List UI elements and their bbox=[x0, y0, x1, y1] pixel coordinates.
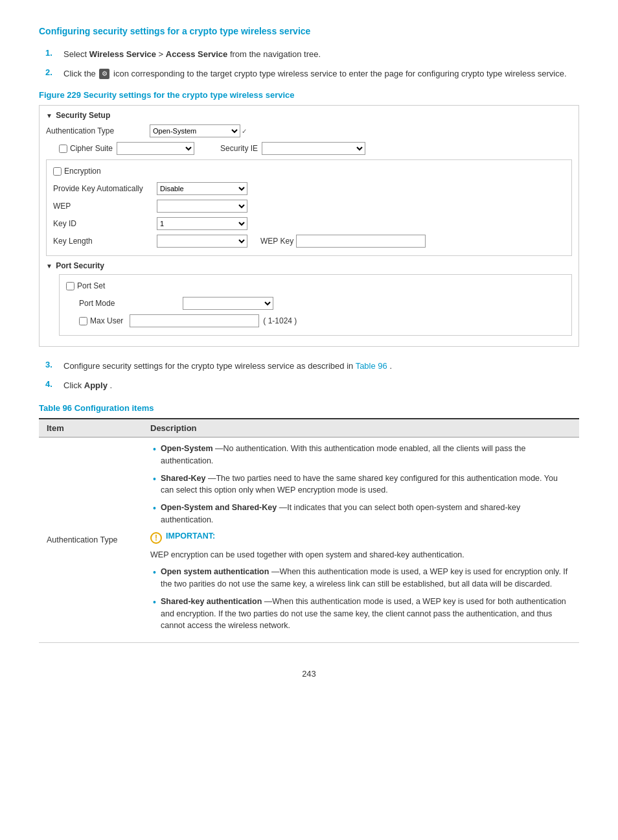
provide-key-select[interactable]: Disable bbox=[157, 182, 247, 195]
security-form: ▼ Security Setup Authentication Type Ope… bbox=[39, 105, 579, 347]
bullet-4-bold: Open system authentication bbox=[161, 567, 269, 576]
port-set-row: Port Set bbox=[66, 279, 565, 293]
steps-lower: 3. Configure security settings for the c… bbox=[45, 360, 573, 391]
max-user-checkbox[interactable] bbox=[79, 317, 87, 325]
step-1-text: Select Wireless Service > Access Service… bbox=[63, 48, 321, 61]
auth-type-arrow: ✓ bbox=[242, 128, 247, 135]
key-id-label: Key ID bbox=[53, 219, 157, 228]
port-mode-label: Port Mode bbox=[79, 299, 183, 308]
cipher-suite-checkbox[interactable] bbox=[59, 145, 67, 153]
key-id-select[interactable]: 1 bbox=[157, 217, 247, 230]
step-3: 3. Configure security settings for the c… bbox=[45, 360, 573, 373]
step-4-text: Click Apply . bbox=[63, 379, 112, 392]
port-security-section: ▼ Port Security Port Set Port Mode Max U… bbox=[46, 261, 572, 336]
table-header-row: Item Description bbox=[39, 419, 579, 438]
bullet-3: Open-System and Shared-Key —It indicates… bbox=[150, 502, 571, 526]
collapse-arrow[interactable]: ▼ bbox=[46, 112, 52, 119]
max-user-range: ( 1-1024 ) bbox=[263, 316, 297, 325]
security-ie-label: Security IE bbox=[220, 144, 258, 153]
key-id-row: Key ID 1 bbox=[53, 216, 565, 231]
port-mode-row: Port Mode bbox=[66, 296, 565, 310]
auth-type-item: Authentication Type bbox=[39, 438, 143, 643]
key-length-select[interactable] bbox=[157, 235, 247, 248]
wep-key-label: WEP Key bbox=[260, 237, 293, 246]
col-item-header: Item bbox=[39, 419, 143, 438]
port-set-box: Port Set Port Mode Max User ( 1-1024 ) bbox=[59, 274, 572, 336]
port-mode-select[interactable] bbox=[183, 297, 273, 310]
wep-key-input[interactable] bbox=[296, 235, 426, 248]
encryption-box: Encryption Provide Key Automatically Dis… bbox=[46, 159, 572, 256]
bullets-list-1: Open-System —No authentication. With thi… bbox=[150, 443, 571, 526]
step-4-num: 4. bbox=[45, 379, 63, 389]
col-desc-header: Description bbox=[143, 419, 579, 438]
step-2: 2. Click the ⚙ icon corresponding to the… bbox=[45, 67, 579, 80]
port-set-checkbox[interactable] bbox=[66, 282, 74, 290]
port-security-title: ▼ Port Security bbox=[46, 261, 572, 270]
bullet-1-text: —No authentication. With this authentica… bbox=[161, 444, 526, 465]
step-1-num: 1. bbox=[45, 48, 63, 58]
bullet-5-bold: Shared-key authentication bbox=[161, 597, 262, 606]
bullet-1-bold: Open-System bbox=[161, 444, 213, 453]
step-4: 4. Click Apply . bbox=[45, 379, 573, 392]
step-1: 1. Select Wireless Service > Access Serv… bbox=[45, 48, 579, 61]
bullet-4: Open system authentication —When this au… bbox=[150, 566, 571, 590]
important-box: ! IMPORTANT: bbox=[150, 531, 571, 544]
provide-key-label: Provide Key Automatically bbox=[53, 184, 157, 193]
step-1-sep: > bbox=[159, 49, 166, 59]
max-user-label: Max User bbox=[90, 316, 123, 325]
step-1-bold2: Access Service bbox=[166, 49, 227, 59]
config-icon: ⚙ bbox=[99, 69, 109, 79]
security-ie-select[interactable] bbox=[262, 142, 365, 155]
table-row: Authentication Type Open-System —No auth… bbox=[39, 438, 579, 643]
page-number: 243 bbox=[39, 669, 579, 679]
key-length-row: Key Length WEP Key bbox=[53, 234, 565, 248]
step-2-text: Click the ⚙ icon corresponding to the ta… bbox=[63, 67, 567, 80]
cipher-suite-row: Cipher Suite Security IE bbox=[59, 141, 572, 156]
max-user-row: Max User ( 1-1024 ) bbox=[66, 314, 565, 328]
auth-type-select[interactable]: Open-System bbox=[150, 124, 240, 137]
step-2-num: 2. bbox=[45, 67, 63, 77]
auth-type-row: Authentication Type Open-System ✓ bbox=[46, 124, 572, 138]
bullet-1: Open-System —No authentication. With thi… bbox=[150, 443, 571, 467]
table-body: Authentication Type Open-System —No auth… bbox=[39, 438, 579, 643]
auth-type-label: Authentication Type bbox=[46, 126, 150, 135]
step-1-bold1: Wireless Service bbox=[89, 49, 156, 59]
wep-row: WEP bbox=[53, 199, 565, 213]
important-icon: ! bbox=[150, 532, 162, 544]
step-3-num: 3. bbox=[45, 360, 63, 369]
security-setup-title: ▼ Security Setup bbox=[46, 111, 572, 120]
provide-key-row: Provide Key Automatically Disable bbox=[53, 181, 565, 196]
bullet-5: Shared-key authentication —When this aut… bbox=[150, 596, 571, 632]
key-length-label: Key Length bbox=[53, 237, 157, 246]
steps-list: 1. Select Wireless Service > Access Serv… bbox=[45, 48, 579, 80]
wep-select[interactable] bbox=[157, 200, 247, 213]
important-label: IMPORTANT: bbox=[166, 531, 215, 541]
encryption-checkbox[interactable] bbox=[53, 167, 62, 176]
encryption-row: Encryption bbox=[53, 164, 565, 178]
config-table: Item Description Authentication Type Ope… bbox=[39, 418, 579, 643]
table-96-link[interactable]: Table 96 bbox=[356, 361, 387, 371]
auth-type-desc: Open-System —No authentication. With thi… bbox=[143, 438, 579, 643]
important-note: WEP encryption can be used together with… bbox=[150, 549, 571, 561]
port-security-arrow[interactable]: ▼ bbox=[46, 262, 52, 270]
encryption-label: Encryption bbox=[64, 167, 101, 176]
max-user-input[interactable] bbox=[130, 314, 259, 327]
section-title: Configuring security settings for a cryp… bbox=[39, 26, 579, 36]
port-set-label: Port Set bbox=[77, 281, 105, 290]
step-1-after: from the navigation tree. bbox=[230, 49, 321, 59]
bullet-2-bold: Shared-Key bbox=[161, 474, 205, 483]
step-4-bold: Apply bbox=[84, 380, 108, 390]
bullet-2-text: —The two parties need to have the same s… bbox=[161, 474, 558, 495]
bullet-2: Shared-Key —The two parties need to have… bbox=[150, 472, 571, 497]
bullets-list-2: Open system authentication —When this au… bbox=[150, 566, 571, 632]
table-title: Table 96 Configuration items bbox=[39, 403, 579, 413]
figure-title: Figure 229 Security settings for the cry… bbox=[39, 90, 579, 100]
wep-label: WEP bbox=[53, 202, 157, 211]
step-3-text: Configure security settings for the cryp… bbox=[63, 360, 392, 373]
cipher-suite-label: Cipher Suite bbox=[70, 144, 113, 153]
bullet-3-bold: Open-System and Shared-Key bbox=[161, 503, 277, 512]
cipher-suite-select[interactable] bbox=[117, 142, 194, 155]
table-header: Item Description bbox=[39, 419, 579, 438]
